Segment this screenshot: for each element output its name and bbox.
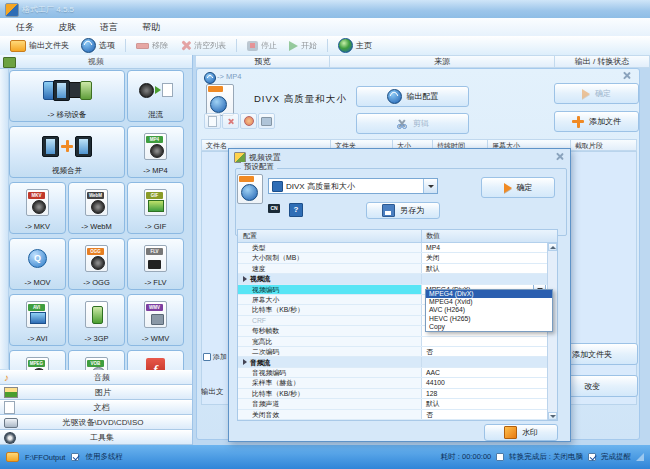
stop-button[interactable]: 停止 [241,37,283,54]
accordion-document[interactable]: 文档 [0,400,192,415]
encoder-dropdown-list: MPEG4 (DivX) MPEG4 (Xvid) AVC (H264) HEV… [425,289,553,332]
output-path-folder-icon[interactable] [6,452,19,462]
column-source[interactable]: 来源 [330,55,555,68]
grid-header-config[interactable]: 配置 [238,230,422,242]
checkbox-unchecked[interactable] [203,353,211,361]
output-path-label[interactable]: F:\FFOutput [25,453,65,462]
output-config-button[interactable]: 输出配置 [356,86,469,107]
sidebar-item-avi[interactable]: AVI -> AVI [9,294,66,346]
sidebar-item-webm[interactable]: WebM -> WebM [68,182,125,234]
sidebar-header-video[interactable]: 视频 [0,55,192,69]
add-partial-label: 添加 [213,352,227,362]
sidebar-item-mpeg[interactable]: MPEG [9,350,66,370]
sidebar-item-mp4[interactable]: MP4 -> MP4 [127,126,184,178]
document-icon [4,401,15,414]
sidebar-scrollbar[interactable] [0,69,9,369]
sidebar-item-swf[interactable]: f [127,350,184,370]
dialog-title-bar[interactable]: 视频设置 [229,149,570,164]
grid-row-size-limit[interactable]: 大小限制（MB）关闭 [238,253,548,263]
sidebar-item-flv[interactable]: FLV -> FLV [127,238,184,290]
clear-list-label: 清空列表 [194,40,226,51]
help-icon[interactable]: ? [289,203,303,217]
grid-row-audio-channel[interactable]: 音频声道默认 [238,399,548,409]
grid-row-aspect-ratio[interactable]: 宽高比 [238,337,548,347]
grid-header-value[interactable]: 数值 [422,230,557,242]
sidebar-item-mkv[interactable]: MKV -> MKV [9,182,66,234]
task-ok-button[interactable]: 确定 [554,83,639,104]
add-checkbox-row[interactable]: 添加 [203,352,229,362]
grid-row-type[interactable]: 类型MP4 [238,243,548,253]
video-category-icon [3,57,16,68]
play-icon [289,41,298,51]
grid-row-audio-bitrate[interactable]: 比特率（KB/秒）128 [238,389,548,399]
add-item-icon[interactable] [204,113,221,129]
column-preview[interactable]: 预览 [196,55,330,68]
dropdown-item[interactable]: Copy [426,323,552,331]
grid-row-disable-audio[interactable]: 关闭音效否 [238,410,548,420]
resize-grip[interactable] [636,453,644,461]
title-bar[interactable]: 格式工厂 4.5.5 [0,0,650,18]
grid-row-two-pass[interactable]: 二次编码否 [238,347,548,357]
sidebar-item-label: 混流 [148,110,163,119]
task-preset-label: DIVX 高质量和大小 [254,93,347,106]
home-button[interactable]: 主页 [332,37,378,54]
grid-section-video-stream[interactable]: 视频流 [238,274,548,284]
scroll-up-icon[interactable] [548,243,557,251]
close-icon[interactable] [622,71,631,80]
folder-icon [10,40,26,52]
chevron-down-icon[interactable] [423,179,437,193]
output-folder-button[interactable]: 输出文件夹 [4,37,75,54]
sidebar-item-vob[interactable]: VOB [68,350,125,370]
sidebar-item-ogg[interactable]: OGG -> OGG [68,238,125,290]
dialog-ok-button[interactable]: 确定 [481,177,555,198]
codec-badge-icon[interactable]: CN [268,204,280,213]
dropdown-item-selected[interactable]: MPEG4 (DivX) [426,290,552,298]
dropdown-item[interactable]: MPEG4 (Xvid) [426,298,552,306]
scroll-down-icon[interactable] [548,412,557,420]
accordion-toolset[interactable]: 工具集 [0,430,192,445]
col-clip-segment[interactable]: 截取片段 [571,139,637,151]
add-file-button[interactable]: 添加文件 [554,111,639,132]
accordion-audio[interactable]: ♪ 音频 [0,370,192,385]
sidebar-item-3gp[interactable]: -> 3GP [68,294,125,346]
clear-list-button[interactable]: 清空列表 [174,37,232,54]
column-output-status[interactable]: 输出 / 转换状态 [555,55,650,68]
accordion-label: 图片 [18,387,188,398]
menu-task[interactable]: 任务 [16,21,34,34]
shutdown-checkbox-unchecked[interactable] [496,453,504,461]
sidebar-item-mux[interactable]: 混流 [127,70,184,122]
menu-skin[interactable]: 皮肤 [58,21,76,34]
close-icon[interactable] [555,152,564,163]
record-icon[interactable] [240,113,257,129]
menu-help[interactable]: 帮助 [142,21,160,34]
grid-row-speed[interactable]: 速度默认 [238,264,548,274]
sidebar-item-mobile-devices[interactable]: -> 移动设备 [9,70,125,122]
multithread-checkbox-checked[interactable] [71,453,79,461]
dropdown-item[interactable]: AVC (H264) [426,306,552,314]
start-button[interactable]: 开始 [283,37,323,54]
remove-item-icon[interactable] [222,113,239,129]
notify-checkbox-checked[interactable] [588,453,596,461]
grid-row-sample-rate[interactable]: 采样率（赫兹）44100 [238,378,548,388]
preset-combobox[interactable]: DIVX 高质量和大小 [268,178,438,194]
sidebar-item-mov[interactable]: Q -> MOV [9,238,66,290]
accordion-label: 音频 [16,372,188,383]
options-button[interactable]: 选项 [75,37,121,54]
dropdown-item[interactable]: HEVC (H265) [426,315,552,323]
grid-section-audio-stream[interactable]: 音频流 [238,357,548,367]
task-window-title: -> MP4 [217,72,241,81]
sidebar-item-gif[interactable]: GIF -> GIF [127,182,184,234]
grid-row-audio-encode[interactable]: 音视频编码AAC [238,368,548,378]
accordion-disc-device[interactable]: 光驱设备\DVD\CD\ISO [0,415,192,430]
output-folder-label: 输出文件夹 [29,40,69,51]
notify-label: 完成提醒 [601,452,631,462]
accordion-picture[interactable]: 图片 [0,385,192,400]
watermark-button[interactable]: 水印 [484,424,558,441]
save-as-button[interactable]: 另存为 [366,202,440,219]
monitor-icon[interactable] [258,113,275,129]
remove-button[interactable]: 移除 [130,37,174,54]
clip-button[interactable]: 剪辑 [356,113,469,134]
sidebar-item-wmv[interactable]: WMV -> WMV [127,294,184,346]
sidebar-item-video-join[interactable]: 视频合并 [9,126,125,178]
menu-language[interactable]: 语言 [100,21,118,34]
